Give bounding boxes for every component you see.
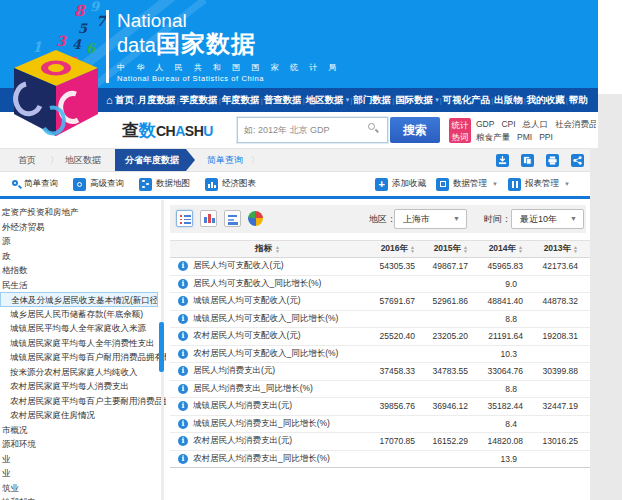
- nav-item-6[interactable]: 地区数据▾: [306, 94, 350, 107]
- tab-advanced-query[interactable]: 高级查询: [73, 178, 124, 191]
- nav-item-10[interactable]: 出版物: [494, 94, 523, 107]
- download-icon[interactable]: [496, 154, 509, 167]
- nav-item-1[interactable]: ⌂首页: [106, 94, 134, 107]
- info-icon[interactable]: i: [178, 384, 188, 394]
- sidebar-category-item[interactable]: 市概况: [0, 423, 166, 438]
- search-button[interactable]: 搜索: [390, 117, 440, 143]
- copy-icon[interactable]: [521, 154, 534, 167]
- nav-item-label: 地区数据: [306, 94, 344, 107]
- tab-simple-query[interactable]: 简单查询: [12, 178, 58, 190]
- nav-item-3[interactable]: 季度数据: [180, 94, 218, 107]
- breadcrumb-region-data[interactable]: 地区数据: [65, 154, 101, 167]
- hot-word[interactable]: PPI: [539, 132, 553, 142]
- sidebar-sub-item[interactable]: 城镇居民家庭平均每百户耐用消费品拥有量: [0, 350, 166, 365]
- hot-word[interactable]: 总人口: [523, 119, 549, 129]
- info-icon[interactable]: i: [178, 349, 188, 359]
- indicator-cell: i城镇居民人均可支配收入(元): [178, 295, 357, 307]
- sidebar-sub-item[interactable]: 全体及分城乡居民收支基本情况(新口径): [0, 292, 158, 307]
- sidebar-sub-item[interactable]: 城镇居民平均每人全年家庭收入来源: [0, 321, 166, 336]
- chevron-down-icon: ▼: [564, 181, 570, 187]
- hot-word[interactable]: PMI: [517, 132, 532, 142]
- sidebar-category-item[interactable]: 业: [0, 466, 166, 481]
- nav-item-label: 月度数据: [138, 94, 176, 107]
- sidebar-category-item[interactable]: 筑业: [0, 481, 166, 496]
- tab-economic-charts[interactable]: 经济图表: [205, 178, 256, 191]
- region-select[interactable]: 上海市 ▼: [394, 209, 467, 229]
- nav-item-11[interactable]: 我的收藏: [527, 94, 565, 107]
- sidebar-category-item[interactable]: 源: [0, 234, 166, 249]
- sidebar-sub-item[interactable]: 农村居民家庭平均每人消费支出: [0, 379, 166, 394]
- info-icon[interactable]: i: [178, 401, 188, 411]
- sidebar-sub-item[interactable]: 农村居民家庭住房情况: [0, 408, 166, 423]
- site-logo[interactable]: National data国家数据 中 华 人 民 共 和 国 国 家 统 计 …: [106, 10, 341, 83]
- indicator-cell: i农村居民人均可支配收入(元): [178, 330, 357, 342]
- sidebar-sub-item[interactable]: 城乡居民人民币储蓄存款(年底余额): [0, 307, 166, 322]
- data-manage-menu[interactable]: 数据管理 ▼: [436, 178, 498, 191]
- list-view-icon[interactable]: [176, 210, 193, 227]
- search-input[interactable]: [237, 117, 388, 143]
- indicator-cell: i城镇居民人均消费支出(元): [178, 400, 357, 412]
- info-icon[interactable]: i: [178, 419, 188, 429]
- hot-word[interactable]: GDP: [476, 119, 494, 129]
- print-icon[interactable]: [546, 154, 559, 167]
- nav-item-9[interactable]: 可视化产品: [443, 94, 491, 107]
- sidebar-category-item[interactable]: 政: [0, 249, 166, 264]
- nav-separator: |: [177, 96, 179, 105]
- sidebar-category-item[interactable]: 输和邮电: [0, 495, 166, 500]
- nav-item-5[interactable]: 普查数据: [264, 94, 302, 107]
- info-icon[interactable]: i: [178, 436, 188, 446]
- tab-data-map[interactable]: 数据地图: [139, 178, 190, 191]
- sidebar-scrollbar-thumb[interactable]: [159, 322, 164, 372]
- sort-icon[interactable]: ▲▼: [573, 245, 578, 253]
- info-icon[interactable]: i: [178, 261, 188, 271]
- value-cell: 21191.64: [468, 331, 523, 341]
- nav-item-8[interactable]: 国际数据▾: [395, 94, 439, 107]
- add-favorite-button[interactable]: + 添加收藏: [375, 178, 426, 191]
- sidebar-sub-item[interactable]: 农村居民家庭平均每百户主要耐用消费品拥有量: [0, 394, 166, 409]
- hbar-chart-view-icon[interactable]: [224, 210, 241, 227]
- hot-word[interactable]: 粮食产量: [476, 132, 510, 142]
- nav-item-12[interactable]: 帮助: [569, 94, 588, 107]
- sidebar-category-item[interactable]: 源和环境: [0, 437, 166, 452]
- breadcrumb-home[interactable]: 首页: [18, 154, 36, 167]
- nav-item-4[interactable]: 年度数据: [222, 94, 260, 107]
- sidebar-sub-item[interactable]: 按来源分农村居民家庭人均纯收入: [0, 365, 166, 380]
- sidebar-category-item[interactable]: 定资产投资和房地产: [0, 205, 166, 220]
- hot-word[interactable]: CPI: [501, 119, 515, 129]
- indicator-cell: i农村居民人均可支配收入_同比增长(%): [178, 348, 357, 360]
- sidebar-sub-item[interactable]: 城镇居民家庭平均每人全年消费性支出: [0, 336, 166, 351]
- info-icon[interactable]: i: [178, 279, 188, 289]
- table-row: i农村居民人均消费支出(元)17070.8516152.2914820.0813…: [170, 433, 590, 451]
- breadcrumb-current[interactable]: 简单查询: [207, 154, 243, 167]
- year-label: 2013年: [544, 243, 571, 255]
- info-icon[interactable]: i: [178, 366, 188, 376]
- info-icon[interactable]: i: [178, 296, 188, 306]
- info-icon[interactable]: i: [178, 314, 188, 324]
- nav-item-label: 我的收藏: [527, 94, 565, 107]
- time-select[interactable]: 最近10年 ▼: [511, 209, 584, 229]
- year-label: 2015年: [434, 243, 461, 255]
- share-icon[interactable]: [571, 154, 584, 167]
- info-icon[interactable]: i: [178, 331, 188, 341]
- nav-separator: |: [303, 96, 305, 105]
- sidebar-category-item[interactable]: 格指数: [0, 263, 166, 278]
- nav-item-2[interactable]: 月度数据: [138, 94, 176, 107]
- search-icon[interactable]: [368, 123, 377, 132]
- hot-word[interactable]: 社会消费品零售总额: [555, 119, 596, 129]
- nav-item-7[interactable]: 部门数据: [353, 94, 391, 107]
- main-content: 地区： 上海市 ▼ 时间： 最近10年 ▼ 指标▲▼2016年▲▼2015年▲▼…: [166, 200, 590, 500]
- sidebar-category-item[interactable]: 业: [0, 452, 166, 467]
- pie-chart-view-icon[interactable]: [248, 211, 263, 226]
- indicator-label: 农村居民人均消费支出(元): [193, 435, 292, 447]
- sidebar-category-item[interactable]: 外经济贸易: [0, 220, 166, 235]
- sidebar-category-item[interactable]: 民生活: [0, 278, 166, 293]
- nav-separator: |: [350, 96, 352, 105]
- value-cell: 10.3: [468, 349, 523, 359]
- report-manage-menu[interactable]: 报表管理 ▼: [508, 178, 570, 191]
- info-icon[interactable]: i: [178, 454, 188, 464]
- sort-icon[interactable]: ▲▼: [275, 245, 280, 253]
- breadcrumb-active-tab[interactable]: 分省年度数据: [115, 149, 195, 171]
- value-cell: 8.8: [468, 314, 523, 324]
- chevron-down-icon: ▼: [570, 210, 577, 228]
- bar-chart-view-icon[interactable]: [200, 210, 217, 227]
